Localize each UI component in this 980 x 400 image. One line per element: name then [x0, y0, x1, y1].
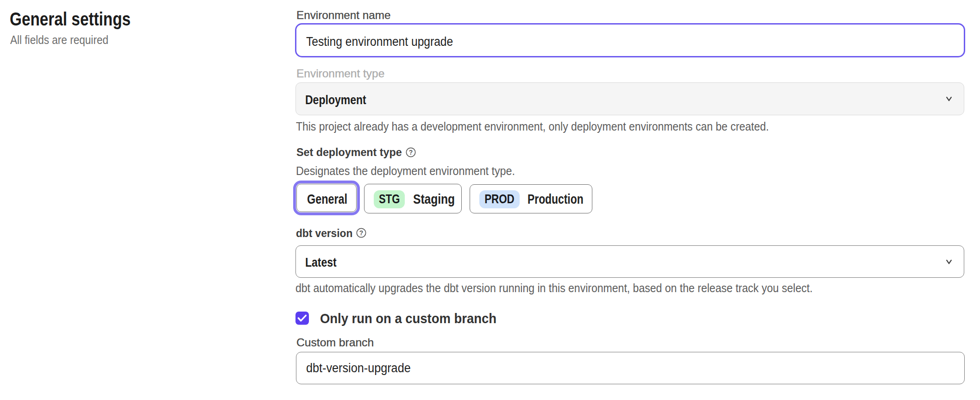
- svg-text:?: ?: [409, 149, 413, 156]
- svg-text:?: ?: [359, 229, 364, 237]
